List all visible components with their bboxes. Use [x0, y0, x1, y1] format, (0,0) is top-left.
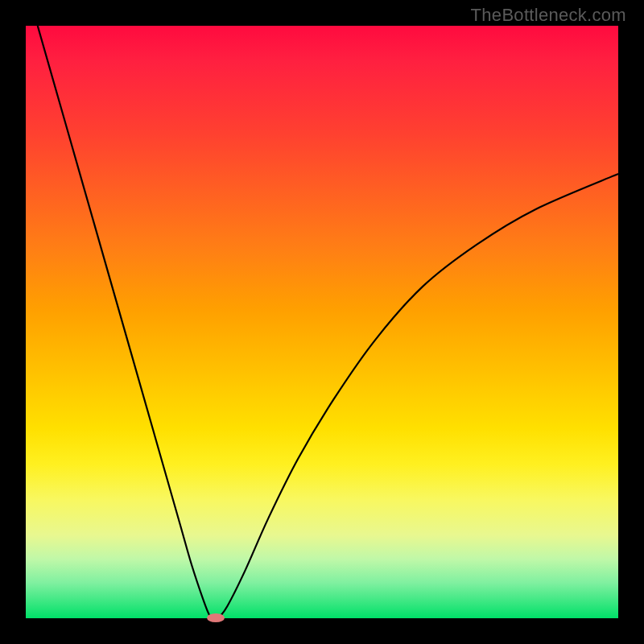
chart-plot-area	[26, 26, 618, 618]
curve-right-branch	[218, 174, 618, 618]
watermark-text: TheBottleneck.com	[471, 5, 626, 26]
curve-left-branch	[38, 26, 213, 618]
minimum-marker	[207, 613, 225, 622]
curve-svg	[26, 26, 618, 618]
